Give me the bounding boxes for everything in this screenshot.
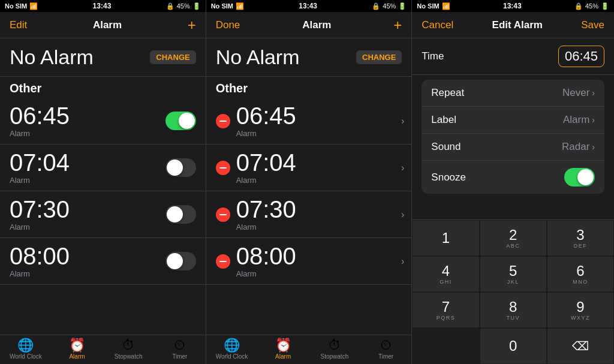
label-row[interactable]: Label Alarm › (422, 107, 604, 134)
key-num-2: 2 (509, 228, 517, 242)
tab-timer-left[interactable]: ⏲ Timer (154, 339, 206, 360)
key-4[interactable]: 4 GHI (412, 256, 479, 292)
tab-alarm-mid[interactable]: ⏰ Alarm (257, 339, 309, 360)
battery-icon-right: 🔋 (601, 2, 609, 10)
key-num-8: 8 (509, 300, 517, 314)
lock-icon-left: 🔒 (166, 2, 174, 10)
status-bar-left: No SIM 📶 13:43 🔒 45% 🔋 (0, 0, 206, 12)
alarm-edit-info-2: 07:30 Alarm (236, 197, 395, 231)
key-num-3: 3 (576, 228, 584, 242)
section-header-left: Other (0, 77, 206, 98)
add-alarm-button-mid[interactable]: + (393, 17, 402, 34)
tab-label-stopwatch-mid: Stopwatch (321, 353, 349, 360)
time-row[interactable]: Time 06:45 (412, 38, 614, 75)
section-header-mid: Other (206, 77, 412, 98)
battery-mid: 🔒 45% 🔋 (372, 2, 407, 10)
tab-world-clock-left[interactable]: 🌐 World Clock (0, 339, 52, 360)
alarm-edit-item-3[interactable]: 08:00 Alarm › (206, 238, 412, 285)
sound-value-text: Radar (562, 141, 589, 153)
snooze-row[interactable]: Snooze (422, 161, 604, 194)
tab-timer-mid[interactable]: ⏲ Timer (360, 339, 412, 360)
battery-icon-left: 🔋 (192, 2, 201, 10)
save-button[interactable]: Save (581, 19, 604, 31)
alarm-time-3: 08:00 (10, 244, 70, 268)
tab-stopwatch-left[interactable]: ⏱ Stopwatch (103, 339, 154, 360)
key-num-5: 5 (509, 264, 517, 278)
change-button-mid[interactable]: CHANGE (356, 50, 402, 64)
alarm-time-2: 07:30 (10, 197, 70, 221)
snooze-toggle[interactable] (564, 168, 595, 186)
alarm-edit-item-2[interactable]: 07:30 Alarm › (206, 191, 412, 238)
repeat-row[interactable]: Repeat Never › (422, 80, 604, 107)
status-bar-right: No SIM 📶 13:43 🔒 45% 🔋 (412, 0, 614, 12)
cancel-button[interactable]: Cancel (422, 19, 453, 31)
time-right: 13:43 (503, 2, 522, 10)
add-alarm-button-left[interactable]: + (188, 17, 196, 34)
tab-world-clock-mid[interactable]: 🌐 World Clock (206, 339, 258, 360)
tab-alarm-left[interactable]: ⏰ Alarm (52, 339, 103, 360)
right-panel: No SIM 📶 13:43 🔒 45% 🔋 Cancel Edit Alarm… (412, 0, 614, 364)
key-9[interactable]: 9 WXYZ (547, 292, 614, 328)
alarm-edit-info-1: 07:04 Alarm (236, 151, 395, 185)
alarm-edit-info-3: 08:00 Alarm (236, 244, 395, 278)
delete-key[interactable]: ⌫ (547, 328, 614, 364)
key-8[interactable]: 8 TUV (480, 292, 547, 328)
timer-icon-left: ⏲ (173, 339, 186, 352)
key-5[interactable]: 5 JKL (480, 256, 547, 292)
change-button-left[interactable]: CHANGE (150, 50, 195, 64)
nav-bar-right: Cancel Edit Alarm Save (412, 12, 614, 38)
alarm-toggle-1[interactable] (165, 158, 196, 177)
sound-row[interactable]: Sound Radar › (422, 134, 604, 161)
globe-icon-left: 🌐 (17, 339, 34, 352)
repeat-chevron-icon: › (592, 88, 595, 98)
key-3[interactable]: 3 DEF (547, 220, 614, 256)
key-num-7: 7 (442, 300, 450, 314)
alarm-label-3: Alarm (10, 269, 70, 278)
key-7[interactable]: 7 PQRS (412, 292, 479, 328)
carrier-mid: No SIM 📶 (211, 2, 244, 10)
key-sub-8: TUV (506, 315, 520, 321)
time-label: Time (422, 50, 444, 62)
no-sim-label-right: No SIM (417, 2, 439, 10)
alarm-label-0: Alarm (10, 129, 70, 138)
delete-alarm-1[interactable] (216, 161, 230, 175)
key-num-1: 1 (442, 231, 450, 245)
delete-alarm-3[interactable] (216, 254, 230, 269)
chevron-icon-2: › (401, 209, 404, 220)
alarm-label-1: Alarm (10, 176, 70, 185)
alarm-item-left-2[interactable]: 07:30 Alarm (0, 191, 206, 238)
time-value[interactable]: 06:45 (558, 46, 604, 67)
timer-icon-mid: ⏲ (380, 339, 393, 352)
no-alarm-text-mid: No Alarm (216, 46, 300, 69)
tab-label-alarm-left: Alarm (69, 353, 85, 360)
alarm-edit-info-0: 06:45 Alarm (236, 104, 395, 138)
keypad: 1 2 ABC 3 DEF 4 GHI 5 JKL 6 MNO (412, 219, 614, 364)
done-button[interactable]: Done (216, 19, 240, 31)
edit-button[interactable]: Edit (10, 19, 27, 31)
alarm-toggle-2[interactable] (165, 205, 196, 224)
no-alarm-row-left: No Alarm CHANGE (0, 38, 206, 77)
battery-pct-left: 45% (177, 2, 190, 10)
alarm-item-left-0[interactable]: 06:45 Alarm (0, 98, 206, 145)
form-section: Repeat Never › Label Alarm › Sound Radar… (422, 80, 604, 194)
alarm-label-2: Alarm (10, 222, 70, 231)
alarm-edit-item-1[interactable]: 07:04 Alarm › (206, 145, 412, 191)
alarm-edit-time-2: 07:30 (236, 197, 395, 221)
key-6[interactable]: 6 MNO (547, 256, 614, 292)
delete-alarm-0[interactable] (216, 114, 230, 128)
globe-icon-mid: 🌐 (224, 339, 240, 352)
snooze-label: Snooze (431, 172, 466, 183)
tab-stopwatch-mid[interactable]: ⏱ Stopwatch (309, 339, 360, 360)
key-0[interactable]: 0 (480, 328, 547, 364)
key-2[interactable]: 2 ABC (480, 220, 547, 256)
alarm-toggle-0[interactable] (165, 112, 196, 130)
alarm-edit-item-0[interactable]: 06:45 Alarm › (206, 98, 412, 145)
alarm-item-left-1[interactable]: 07:04 Alarm (0, 145, 206, 191)
lock-icon-right: 🔒 (574, 2, 583, 10)
alarm-toggle-3[interactable] (165, 252, 196, 270)
key-num-0: 0 (509, 339, 517, 353)
delete-alarm-2[interactable] (216, 207, 230, 222)
key-1[interactable]: 1 (412, 220, 479, 256)
chevron-icon-1: › (401, 163, 404, 173)
alarm-item-left-3[interactable]: 08:00 Alarm (0, 238, 206, 285)
